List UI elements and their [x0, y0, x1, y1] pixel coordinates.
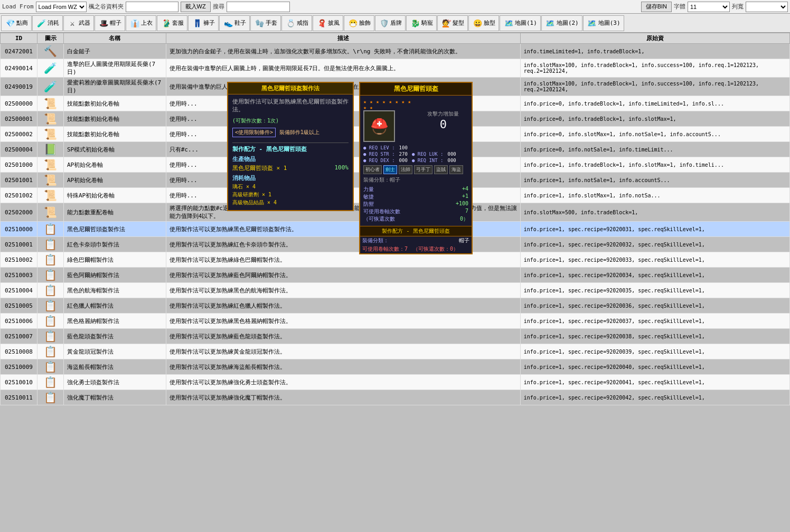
resource-path-input[interactable]: D:\TMS V234 — [126, 2, 178, 12]
table-row[interactable]: 02501001 📜 AP初始化卷軸 使用時... info.price=1, … — [1, 173, 790, 188]
category-item-face[interactable]: 😀臉型 — [468, 15, 499, 31]
cell-id: 02510010 — [1, 375, 37, 390]
table-row[interactable]: 02510009 📋 海盜船長帽製作法 使用製作法可以更加熟練海盜船長帽製作法。… — [1, 359, 790, 375]
cell-name: 技能點數初始化卷軸 — [64, 127, 166, 142]
cell-desc: 使用製作法可以更加熟練綠色巴爾帽製作法。 — [166, 252, 520, 268]
cell-name: 黑色格麗納帽製作法 — [64, 314, 166, 329]
category-item-map1[interactable]: 🗺️地圖(1) — [500, 15, 541, 31]
table-row[interactable]: 02510003 📋 藍色阿爾納帽製作法 使用製作法可以更加熟練藍色阿爾納帽製作… — [1, 268, 790, 283]
shield-icon: 🛡️ — [379, 18, 389, 28]
table-row[interactable]: 02510006 📋 黑色格麗納帽製作法 使用製作法可以更加熟練黑色格麗納帽製作… — [1, 314, 790, 329]
table-scroll-area[interactable]: ID 圖示 名稱 描述 原始資 02472001 🔨 白金鎚子 更加強力的白金鎚… — [0, 33, 790, 514]
category-item-consume[interactable]: 💎點商 — [1, 15, 32, 31]
cell-icon: 🧪 — [37, 78, 64, 96]
shoes-icon: 👟 — [223, 18, 233, 28]
cell-desc: 使用製作法可以更加熟練黑色格麗納帽製作法。 — [166, 314, 520, 329]
category-item-top[interactable]: 👔上衣 — [126, 15, 156, 31]
cell-desc: 使用時... — [166, 127, 520, 142]
cat-label-weapon: 武器 — [79, 19, 90, 27]
cell-icon: 📋 — [37, 222, 64, 237]
table-row[interactable]: 02501002 📜 特殊AP初始化卷軸 使用時... info.price=1… — [1, 188, 790, 203]
category-item-pants[interactable]: 👖褲子 — [188, 15, 219, 31]
category-item-shoes[interactable]: 👟鞋子 — [219, 15, 250, 31]
table-row[interactable]: 02510000 📋 黑色尼爾哲頭盔製作法 使用製作法可以更加熟練黑色尼爾哲頭盔… — [1, 222, 790, 237]
cell-desc: 使用製作法可以更加熟練藍色龍頭盔製作法。 — [166, 329, 520, 344]
cell-name: 強化勇士頭盔製作法 — [64, 375, 166, 390]
cell-name: 白金鎚子 — [64, 44, 166, 59]
cell-props: info.price=0, info.notSale=1, info.timeL… — [520, 142, 789, 157]
cell-desc: 使用製作法可以更加熟練強化勇士頭盔製作法。 — [166, 375, 520, 390]
col-width-select[interactable] — [746, 2, 788, 12]
category-item-etc[interactable]: 🧪消耗 — [32, 15, 63, 31]
table-row[interactable]: 02500004 📗 SP模式初始化卷軸 只有#c... info.price=… — [1, 142, 790, 157]
category-item-shield[interactable]: 🛡️盾牌 — [375, 15, 406, 31]
cell-props: info.price=1, spec.recipe=92020037, spec… — [520, 314, 789, 329]
cell-icon: 📜 — [37, 111, 64, 127]
category-item-cape[interactable]: 🧣披風 — [313, 15, 343, 31]
category-item-overall[interactable]: 🥻套服 — [157, 15, 187, 31]
cell-icon: 📋 — [37, 314, 64, 329]
face_acc-icon: 😷 — [347, 18, 358, 28]
cat-label-hat: 帽子 — [110, 19, 121, 27]
load-wz-button[interactable]: 載入WZ — [181, 2, 211, 12]
category-item-weapon[interactable]: ⚔️武器 — [63, 15, 94, 31]
cat-label-overall: 套服 — [172, 19, 184, 27]
cell-props: info.price=1, spec.recipe=92020041, spec… — [520, 375, 789, 390]
table-row[interactable]: 02510011 📋 強化魔丁帽製作法 使用製作法可以更加熟練強化魔丁帽製作法。… — [1, 390, 790, 405]
cell-id: 02510011 — [1, 390, 37, 405]
cat-label-gloves: 手套 — [266, 19, 277, 27]
table-row[interactable]: 02510002 📋 綠色巴爾帽製作法 使用製作法可以更加熟練綠色巴爾帽製作法。… — [1, 252, 790, 268]
cell-props: info.price=1, info.notSale=1, info.accou… — [520, 173, 789, 188]
col-header-icon: 圖示 — [37, 33, 64, 44]
table-row[interactable]: 02500000 📜 技能點數初始化卷軸 使用時... info.price=0… — [1, 96, 790, 111]
category-item-hairstyle[interactable]: 💇髮型 — [437, 15, 468, 31]
cell-id: 02510003 — [1, 268, 37, 283]
table-row[interactable]: 02501000 📜 AP初始化卷軸 使用時... info.price=1, … — [1, 157, 790, 173]
load-from-select[interactable]: Load From WZ — [36, 2, 87, 12]
table-row[interactable]: 02510001 📋 紅色卡奈頭巾製作法 使用製作法可以更加熟練紅色卡奈頭巾製作… — [1, 237, 790, 252]
table-row[interactable]: 02510008 📋 黃金龍頭冠製作法 使用製作法可以更加熟練黃金龍頭冠製作法。… — [1, 344, 790, 359]
hat-icon: 🎩 — [98, 18, 109, 28]
table-row[interactable]: 02510010 📋 強化勇士頭盔製作法 使用製作法可以更加熟練強化勇士頭盔製作… — [1, 375, 790, 390]
cell-name: 黃金龍頭冠製作法 — [64, 344, 166, 359]
cat-label-ring: 戒指 — [297, 19, 308, 27]
table-row[interactable]: 02510007 📋 藍色龍頭盔製作法 使用製作法可以更加熟練藍色龍頭盔製作法。… — [1, 329, 790, 344]
cell-id: 02500002 — [1, 127, 37, 142]
category-item-hat[interactable]: 🎩帽子 — [95, 15, 125, 31]
table-row[interactable]: 02490019 🧪 愛蜜莉雅的徽章圖騰期限延長藥水(7日) 使用裝備中進擊的巨… — [1, 78, 790, 96]
cell-desc: 將選擇的能力點數#c退還1點後用來再次重新分配的卷軸。退還已分配各能力值的能力點… — [166, 203, 520, 222]
cell-icon: 📗 — [37, 142, 64, 157]
cell-id: 02510006 — [1, 314, 37, 329]
table-row[interactable]: 02500001 📜 技能點數初始化卷軸 使用時... info.price=0… — [1, 111, 790, 127]
table-row[interactable]: 02502000 📜 能力點數重配卷軸 將選擇的能力點數#c退還1點後用來再次重… — [1, 203, 790, 222]
table-row[interactable]: 02472001 🔨 白金鎚子 更加強力的白金鎚子，使用在裝備上時，追加強化次數… — [1, 44, 790, 59]
cell-id: 02501002 — [1, 188, 37, 203]
category-item-face_acc[interactable]: 😷臉飾 — [344, 15, 374, 31]
cell-id: 02510009 — [1, 359, 37, 375]
cell-desc: 更加強力的白金鎚子，使用在裝備上時，追加強化次數可最多增加5次。\r\ng 失敗… — [166, 44, 520, 59]
cat-label-consume: 點商 — [16, 19, 28, 27]
cell-icon: 🔨 — [37, 44, 64, 59]
table-row[interactable]: 02500002 📜 技能點數初始化卷軸 使用時... info.price=0… — [1, 127, 790, 142]
category-item-map3[interactable]: 🗺️地圖(3) — [583, 15, 624, 31]
resource-label: 楓之谷資料夾 — [89, 3, 124, 11]
cell-props: info.price=1, spec.recipe=92020038, spec… — [520, 329, 789, 344]
font-size-select[interactable]: 11 — [688, 2, 730, 12]
cell-desc: 使用時... — [166, 96, 520, 111]
table-row[interactable]: 02510005 📋 紅色獵人帽製作法 使用製作法可以更加熟練紅色獵人帽製作法。… — [1, 298, 790, 314]
table-row[interactable]: 02490014 🧪 進擊的巨人圖騰使用期限延長藥(7日) 使用在裝備中進擊的巨… — [1, 59, 790, 78]
cell-id: 02510004 — [1, 283, 37, 298]
cell-id: 02490019 — [1, 78, 37, 96]
table-row[interactable]: 02510004 📋 黑色的航海帽製作法 使用製作法可以更加熟練黑色的航海帽製作… — [1, 283, 790, 298]
cell-id: 02510000 — [1, 222, 37, 237]
save-bin-button[interactable]: 儲存BIN — [641, 2, 672, 12]
category-item-mount[interactable]: 🐉騎寵 — [406, 15, 437, 31]
cat-label-face_acc: 臉飾 — [359, 19, 371, 27]
category-item-map2[interactable]: 🗺️地圖(2) — [541, 15, 582, 31]
search-input[interactable] — [227, 2, 290, 12]
cell-icon: 📋 — [37, 252, 64, 268]
map2-icon: 🗺️ — [545, 18, 556, 28]
cell-id: 02500001 — [1, 111, 37, 127]
category-item-gloves[interactable]: 🧤手套 — [250, 15, 281, 31]
category-item-ring[interactable]: 💍戒指 — [281, 15, 312, 31]
